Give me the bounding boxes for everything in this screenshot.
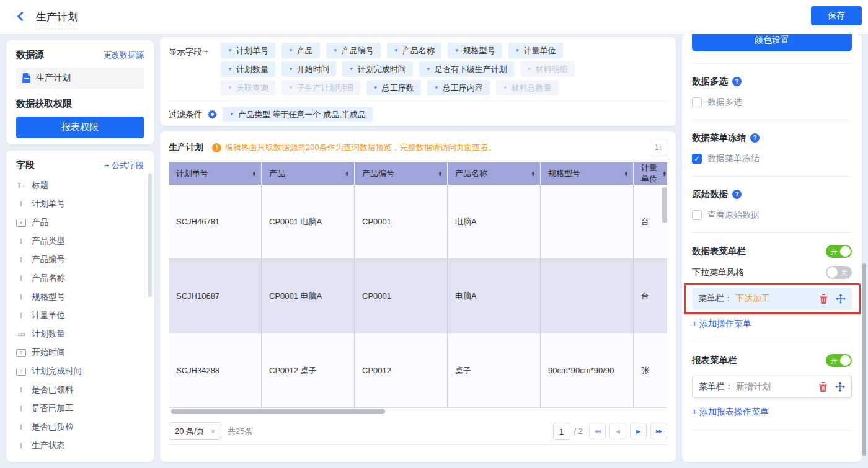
back-icon[interactable] <box>17 12 27 22</box>
document-icon <box>22 73 31 83</box>
prev-page-button[interactable]: ◀ <box>609 423 626 439</box>
fields-scrollbar[interactable] <box>148 173 152 297</box>
report-permission-button[interactable]: 报表权限 <box>16 117 144 138</box>
display-field-chip[interactable]: ▼总工序数 <box>366 80 421 95</box>
next-page-button[interactable]: ▶ <box>630 423 647 439</box>
field-item[interactable]: 123计划数量 <box>16 325 144 343</box>
field-item[interactable]: I计划单号 <box>16 195 144 213</box>
display-field-chip[interactable]: ▼规格型号 <box>448 43 502 58</box>
trash-icon[interactable] <box>819 294 828 304</box>
table-column-header[interactable]: 产品名称▲▼ <box>448 162 541 185</box>
table-column-header[interactable]: 产品▲▼ <box>262 162 355 185</box>
top-bar: 生产计划 保存 <box>0 0 868 34</box>
display-field-chip[interactable]: ▼产品编号 <box>326 43 381 58</box>
field-item[interactable]: I生产状态 <box>16 436 144 455</box>
trash-icon[interactable] <box>818 382 828 392</box>
dropdown-style-toggle[interactable]: 关 <box>826 266 852 279</box>
display-field-chip[interactable]: ▼产品名称 <box>387 43 441 58</box>
table-row[interactable]: SCJH34288CP0012 桌子CP0012桌子90cm*90cm*90/9… <box>169 333 667 408</box>
field-item[interactable]: 7计划完成时间 <box>16 362 144 381</box>
display-field-chip[interactable]: ▼关联查询 <box>221 80 275 95</box>
field-item[interactable]: I计量单位 <box>16 306 144 325</box>
table-vertical-scrollbar[interactable] <box>662 187 667 223</box>
multi-select-checkbox[interactable] <box>692 97 702 107</box>
display-field-chip[interactable]: ▼计划完成时间 <box>342 61 413 77</box>
sort-arrows-icon[interactable]: ▲▼ <box>531 170 535 177</box>
display-field-chip[interactable]: ▼是否有下级生产计划 <box>419 61 514 77</box>
raw-data-checkbox[interactable] <box>692 210 702 220</box>
move-icon[interactable] <box>836 294 846 304</box>
settings-scrollbar[interactable] <box>862 263 866 456</box>
datasource-item[interactable]: 生产计划 <box>16 68 144 89</box>
table-menu-item[interactable]: 菜单栏： 下达加工 <box>692 288 852 310</box>
field-item[interactable]: I产品类型 <box>16 232 144 250</box>
help-icon[interactable]: ? <box>750 133 760 143</box>
field-item[interactable]: I产品编号 <box>16 250 144 269</box>
menu-freeze-checkbox[interactable]: ✓ <box>692 154 702 164</box>
sort-arrows-icon[interactable]: ▲▼ <box>624 170 628 177</box>
table-column-header[interactable]: 规格型号▲▼ <box>541 162 634 185</box>
field-item[interactable]: I是否已领料 <box>16 381 144 399</box>
report-menu-item-value[interactable]: 新增计划 <box>736 381 771 392</box>
display-field-chip[interactable]: ▼计量单位 <box>508 43 563 58</box>
sort-order-icon[interactable]: 1↓ <box>650 139 667 156</box>
table-row[interactable]: SCJH46781CP0001 电脑ACP0001电脑A台 <box>169 185 667 259</box>
add-display-field-icon[interactable]: + <box>204 47 209 56</box>
display-field-chip[interactable]: ▼计划数量 <box>221 61 275 77</box>
add-operation-menu-link[interactable]: + 添加操作菜单 <box>692 319 852 330</box>
display-field-chip[interactable]: ▼开始时间 <box>281 61 336 77</box>
table-body: SCJH46781CP0001 电脑ACP0001电脑A台SCJH10687CP… <box>169 185 667 408</box>
field-item[interactable]: T标题 <box>16 176 144 195</box>
datasource-title: 数据源 <box>16 49 44 61</box>
help-icon[interactable]: ? <box>732 77 742 86</box>
sort-arrows-icon[interactable]: ▲▼ <box>438 170 442 177</box>
report-menu-item[interactable]: 菜单栏： 新增计划 <box>692 376 852 398</box>
change-datasource-link[interactable]: 更改数据源 <box>104 50 144 61</box>
table-column-header[interactable]: 计划单号▲▼ <box>169 162 262 185</box>
display-field-chip[interactable]: ▼材料总数量 <box>496 80 559 95</box>
number-field-icon: 123 <box>16 332 26 337</box>
formula-field-link[interactable]: + 公式字段 <box>105 160 144 171</box>
sort-arrows-icon[interactable]: ▲▼ <box>345 170 349 177</box>
move-icon[interactable] <box>835 382 845 392</box>
display-field-chip[interactable]: ▼计划单号 <box>221 43 275 58</box>
table-cell: 电脑A <box>448 259 541 333</box>
table-row[interactable]: SCJH10687CP0001 电脑ACP0001电脑A台 <box>169 259 667 333</box>
table-column-header[interactable]: 产品编号▲▼ <box>355 162 448 185</box>
field-item[interactable]: I是否已加工 <box>16 399 144 418</box>
page-number-input[interactable]: 1 <box>553 423 570 440</box>
display-field-chip[interactable]: ▼子生产计划明细 <box>281 80 360 95</box>
raw-data-title: 原始数据 <box>692 188 728 200</box>
field-item[interactable]: I是否已质检 <box>16 418 144 436</box>
text-field-icon: I <box>16 199 26 209</box>
field-item-label: 是否已质检 <box>32 422 74 433</box>
display-field-chip[interactable]: ▼产品 <box>281 43 320 58</box>
table-menu-toggle[interactable]: 开 <box>826 245 852 258</box>
sort-arrows-icon[interactable]: ▲▼ <box>252 170 256 177</box>
table-cell: CP0001 电脑A <box>262 185 355 259</box>
add-report-menu-link[interactable]: + 添加报表操作菜单 <box>692 407 852 418</box>
fields-title: 字段 <box>16 159 35 171</box>
help-icon[interactable]: ? <box>732 190 742 199</box>
page-size-select[interactable]: 20 条/页 ∨ <box>169 422 221 440</box>
table-menu-item-value[interactable]: 下达加工 <box>735 293 770 304</box>
table-column-header[interactable]: 计量单位▲▼ <box>634 162 667 185</box>
field-item[interactable]: I产品名称 <box>16 269 144 288</box>
table-horizontal-scrollbar[interactable] <box>169 409 667 414</box>
display-field-chip[interactable]: ▼总工序内容 <box>427 80 490 95</box>
field-item-label: 计量单位 <box>32 310 65 321</box>
select-field-icon: ▾ <box>16 219 26 227</box>
table-cell: SCJH46781 <box>169 185 262 259</box>
gear-icon[interactable] <box>208 110 217 119</box>
sort-arrows-icon[interactable]: ▲▼ <box>663 170 666 177</box>
first-page-button[interactable]: ◀◀ <box>589 423 606 439</box>
color-settings-button[interactable]: 颜色设置 <box>692 34 852 51</box>
report-menu-toggle[interactable]: 开 <box>826 354 852 367</box>
field-item[interactable]: I规格型号 <box>16 288 144 306</box>
filter-condition-chip[interactable]: ▼ 产品类型 等于任意一个 成品,半成品 <box>223 107 373 122</box>
last-page-button[interactable]: ▶▶ <box>650 423 667 439</box>
save-button[interactable]: 保存 <box>811 6 862 25</box>
field-item[interactable]: ▾产品 <box>16 213 144 232</box>
field-item[interactable]: 7开始时间 <box>16 343 144 362</box>
display-field-chip[interactable]: ▼材料明细 <box>520 61 575 77</box>
